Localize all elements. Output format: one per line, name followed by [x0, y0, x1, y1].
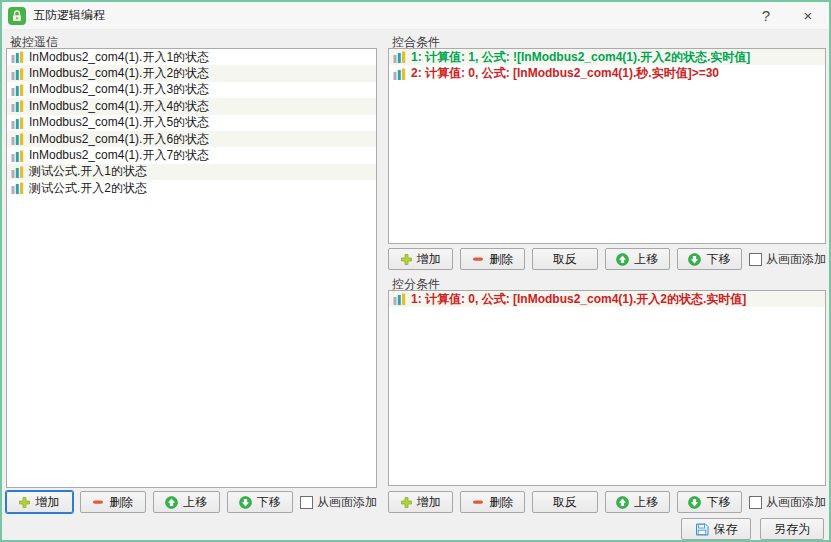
- list-item[interactable]: 测试公式.开入2的状态: [7, 180, 376, 196]
- window-title: 五防逻辑编程: [33, 7, 745, 24]
- list-item[interactable]: InModbus2_com4(1).开入3的状态: [7, 82, 376, 98]
- checkbox-box[interactable]: [749, 253, 762, 266]
- open-invert-button[interactable]: 取反: [532, 491, 597, 513]
- list-item[interactable]: InModbus2_com4(1).开入6的状态: [7, 131, 376, 147]
- list-item[interactable]: InModbus2_com4(1).开入1的状态: [7, 49, 376, 65]
- condition-row[interactable]: 2: 计算值: 0, 公式: [InModbus2_com4(1).秒.实时值]…: [389, 65, 825, 81]
- telemetry-bars-icon: [11, 100, 24, 112]
- open-add-button[interactable]: 增加: [388, 491, 453, 513]
- list-item-label: 测试公式.开入1的状态: [29, 163, 147, 180]
- minus-icon: [472, 253, 484, 265]
- open-up-button[interactable]: 上移: [605, 491, 670, 513]
- app-lock-icon: [8, 7, 26, 25]
- telemetry-list[interactable]: InModbus2_com4(1).开入1的状态InModbus2_com4(1…: [6, 48, 377, 488]
- list-item-label: InModbus2_com4(1).开入1的状态: [29, 49, 209, 66]
- list-item[interactable]: InModbus2_com4(1).开入4的状态: [7, 98, 376, 114]
- close-conditions-button-row: 增加 删除 取反 上移 下移 从画面添加: [388, 248, 826, 270]
- telemetry-bars-icon: [11, 182, 24, 194]
- save-button[interactable]: 保存: [681, 518, 751, 540]
- telemetry-bars-icon: [11, 117, 24, 129]
- close-add-button[interactable]: 增加: [388, 248, 453, 270]
- list-item-label: InModbus2_com4(1).开入5的状态: [29, 114, 209, 131]
- list-item-label: InModbus2_com4(1).开入3的状态: [29, 81, 209, 98]
- telemetry-down-button[interactable]: 下移: [227, 491, 294, 513]
- arrow-down-icon: [688, 253, 701, 266]
- close-delete-button[interactable]: 删除: [460, 248, 525, 270]
- arrow-up-icon: [616, 253, 629, 266]
- arrow-down-icon: [688, 496, 701, 509]
- telemetry-bars-icon: [11, 133, 24, 145]
- telemetry-bars-icon: [393, 293, 406, 305]
- condition-text: 1: 计算值: 1, 公式: ![InModbus2_com4(1).开入2的状…: [411, 49, 750, 66]
- save-as-button[interactable]: 另存为: [760, 518, 824, 540]
- plus-icon: [401, 497, 412, 508]
- telemetry-bars-icon: [393, 68, 406, 80]
- telemetry-bars-icon: [11, 68, 24, 80]
- list-item[interactable]: 测试公式.开入1的状态: [7, 164, 376, 180]
- telemetry-bars-icon: [11, 166, 24, 178]
- list-item[interactable]: InModbus2_com4(1).开入7的状态: [7, 147, 376, 163]
- minus-icon: [92, 496, 104, 508]
- close-conditions-list[interactable]: 1: 计算值: 1, 公式: ![InModbus2_com4(1).开入2的状…: [388, 48, 826, 244]
- title-bar: 五防逻辑编程 ? ×: [2, 2, 829, 30]
- telemetry-bars-icon: [11, 51, 24, 63]
- open-from-screen-checkbox[interactable]: 从画面添加: [749, 494, 826, 511]
- plus-icon: [401, 254, 412, 265]
- list-item-label: InModbus2_com4(1).开入2的状态: [29, 65, 209, 82]
- telemetry-up-button[interactable]: 上移: [153, 491, 220, 513]
- close-from-screen-checkbox[interactable]: 从画面添加: [749, 251, 826, 268]
- list-item[interactable]: InModbus2_com4(1).开入2的状态: [7, 65, 376, 81]
- telemetry-bars-icon: [393, 51, 406, 63]
- close-up-button[interactable]: 上移: [605, 248, 670, 270]
- save-floppy-icon: [695, 523, 709, 536]
- list-item-label: InModbus2_com4(1).开入4的状态: [29, 98, 209, 115]
- condition-text: 1: 计算值: 0, 公式: [InModbus2_com4(1).开入2的状态…: [411, 291, 746, 308]
- open-delete-button[interactable]: 删除: [460, 491, 525, 513]
- checkbox-box[interactable]: [300, 496, 313, 509]
- telemetry-add-button[interactable]: 增加: [6, 491, 73, 513]
- plus-icon: [19, 497, 30, 508]
- telemetry-bars-icon: [11, 84, 24, 96]
- close-invert-button[interactable]: 取反: [532, 248, 597, 270]
- five-prevention-logic-dialog: 五防逻辑编程 ? × 被控遥信 InModbus2_com4(1).开入1的状态…: [0, 0, 831, 542]
- close-down-button[interactable]: 下移: [677, 248, 742, 270]
- list-item[interactable]: InModbus2_com4(1).开入5的状态: [7, 115, 376, 131]
- condition-row[interactable]: 1: 计算值: 1, 公式: ![InModbus2_com4(1).开入2的状…: [389, 49, 825, 65]
- telemetry-bars-icon: [11, 150, 24, 162]
- close-button[interactable]: ×: [787, 2, 829, 29]
- telemetry-from-screen-checkbox[interactable]: 从画面添加: [300, 494, 377, 511]
- arrow-down-icon: [239, 496, 252, 509]
- list-item-label: InModbus2_com4(1).开入6的状态: [29, 131, 209, 148]
- list-item-label: 测试公式.开入2的状态: [29, 180, 147, 197]
- arrow-up-icon: [165, 496, 178, 509]
- list-item-label: InModbus2_com4(1).开入7的状态: [29, 147, 209, 164]
- minus-icon: [472, 496, 484, 508]
- checkbox-box[interactable]: [749, 496, 762, 509]
- open-conditions-button-row: 增加 删除 取反 上移 下移 从画面添加: [388, 491, 826, 513]
- telemetry-delete-button[interactable]: 删除: [80, 491, 147, 513]
- condition-row[interactable]: 1: 计算值: 0, 公式: [InModbus2_com4(1).开入2的状态…: [389, 291, 825, 307]
- open-down-button[interactable]: 下移: [677, 491, 742, 513]
- arrow-up-icon: [616, 496, 629, 509]
- condition-text: 2: 计算值: 0, 公式: [InModbus2_com4(1).秒.实时值]…: [411, 65, 719, 82]
- telemetry-button-row: 增加 删除 上移 下移 从画面添加: [6, 491, 377, 513]
- open-conditions-list[interactable]: 1: 计算值: 0, 公式: [InModbus2_com4(1).开入2的状态…: [388, 290, 826, 486]
- help-button[interactable]: ?: [745, 2, 787, 29]
- footer-button-row: 保存 另存为: [681, 518, 824, 540]
